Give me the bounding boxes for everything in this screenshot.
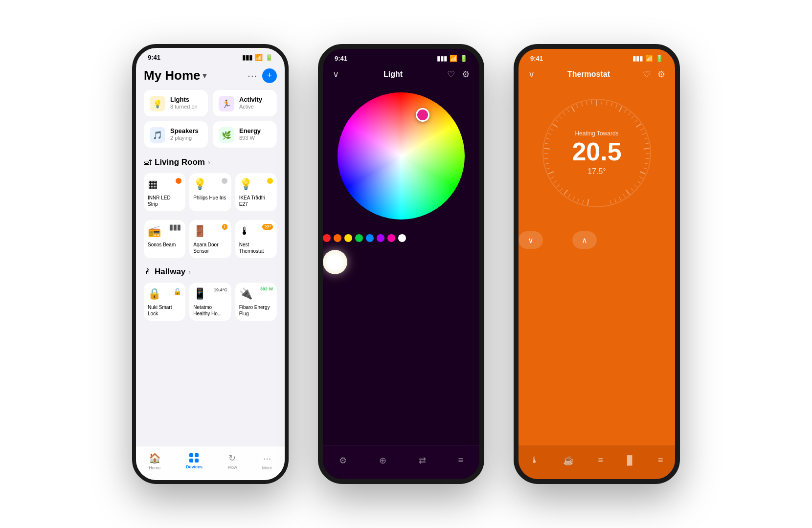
temp-up-button[interactable]: ∧ — [572, 231, 597, 249]
fibaro-value: 392 W — [260, 286, 273, 291]
nuki-icon: 🔒 — [148, 287, 161, 300]
lights-tile[interactable]: 💡 Lights 8 turned on — [144, 90, 208, 116]
color-wheel[interactable] — [338, 92, 465, 220]
speakers-title: Speakers — [170, 127, 199, 134]
nav-more-label: More — [262, 465, 272, 470]
activity-title: Activity — [239, 96, 262, 103]
status-time-thermo: 9:41 — [530, 55, 543, 62]
favorite-icon[interactable]: ♡ — [447, 69, 455, 80]
color-preset-white[interactable] — [398, 234, 406, 242]
sonos-card[interactable]: 📻 ▊▊▊ Sonos Beam — [144, 220, 185, 258]
phone-light: 9:41 ▮▮▮ 📶 🔋 ∨ Light ♡ ⚙ ⚙ ⊕ ⇄ — [318, 44, 484, 484]
fibaro-icon: 🔌 — [239, 287, 252, 300]
living-room-arrow-icon: › — [208, 158, 210, 166]
color-picker-dot[interactable] — [416, 108, 429, 122]
fibaro-name: Fibaro Energy Plug — [239, 304, 273, 317]
hallway-header[interactable]: 🕯 Hallway › — [144, 267, 277, 277]
sonos-icon: 📻 — [148, 225, 161, 238]
aqara-card[interactable]: 🚪 ! Aqara Door Sensor — [189, 220, 231, 258]
energy-tile[interactable]: 🌿 Energy 893 W — [213, 121, 277, 148]
nav-devices[interactable]: Devices — [186, 453, 203, 469]
color-presets — [323, 234, 479, 242]
color-preset-blue[interactable] — [366, 234, 374, 242]
color-wheel-circle[interactable] — [338, 92, 465, 220]
brightness-indicator[interactable] — [323, 250, 347, 274]
back-icon[interactable]: ∨ — [333, 69, 339, 80]
lights-icon: 💡 — [150, 96, 165, 111]
more-options-button[interactable]: ··· — [248, 70, 257, 81]
scene-icon[interactable]: ⚙ — [339, 455, 347, 466]
nuki-name: Nuki Smart Lock — [148, 304, 181, 317]
lights-title: Lights — [170, 96, 198, 103]
living-room-header[interactable]: 🛋 Living Room › — [144, 157, 277, 167]
dial-center: Heating Towards 20.5 17.5° — [533, 89, 660, 217]
innr-name: INNR LED Strip — [148, 195, 181, 207]
phone-thermostat: 9:41 ▮▮▮ 📶 🔋 ∨ Thermostat ♡ ⚙ // ticks r… — [514, 44, 680, 484]
list-icon[interactable]: ≡ — [458, 455, 464, 465]
color-preset-yellow[interactable] — [344, 234, 352, 242]
netatmo-icon: 📱 — [193, 287, 206, 300]
thermo-favorite-icon[interactable]: ♡ — [643, 69, 651, 80]
color-preset-orange[interactable] — [334, 234, 341, 242]
nuki-lock-icon: 🔒 — [173, 287, 181, 295]
living-room-devices-row1: ▦ INNR LED Strip 💡 Philips Hue Iris 💡 IK… — [144, 173, 277, 211]
thermo-title: Thermostat — [567, 70, 610, 79]
fibaro-card[interactable]: 🔌 392 W Fibaro Energy Plug — [235, 283, 277, 321]
modes-icon[interactable]: ≡ — [598, 455, 603, 465]
color-preset-pink[interactable] — [387, 234, 395, 242]
home-title[interactable]: My Home ▾ — [144, 68, 206, 83]
color-preset-green[interactable] — [355, 234, 363, 242]
ikea-icon: 💡 — [239, 178, 252, 191]
netatmo-card[interactable]: 📱 19.4°C Netatmo Healthy Ho... — [189, 283, 231, 321]
innr-icon: ▦ — [148, 178, 158, 191]
thermostat-dial[interactable]: // ticks rendered via JS below Heating T… — [533, 89, 660, 217]
temp-target: 20.5 — [572, 139, 621, 164]
phone-home: 9:41 ▮▮▮ 📶 🔋 My Home ▾ ··· + 💡 Lights — [132, 44, 289, 484]
speakers-sub: 2 playing — [170, 135, 199, 141]
nav-home-label: Home — [149, 465, 160, 470]
philips-hue-card[interactable]: 💡 Philips Hue Iris — [189, 173, 231, 211]
thermo-settings-icon[interactable]: ⚙ — [657, 69, 665, 80]
innr-status-dot — [176, 178, 181, 184]
nav-home[interactable]: 🏠 Home — [149, 452, 161, 470]
activity-tile[interactable]: 🏃 Activity Active — [213, 90, 277, 116]
add-button[interactable]: + — [262, 68, 277, 83]
stats-icon[interactable]: ▊ — [627, 455, 634, 466]
devices-nav-icon — [189, 453, 199, 463]
living-room-icon: 🛋 — [144, 158, 152, 167]
status-bar-thermo: 9:41 ▮▮▮ 📶 🔋 — [519, 49, 675, 65]
ikea-status-dot — [267, 178, 273, 184]
hallway-devices: 🔒 🔒 Nuki Smart Lock 📱 19.4°C Netatmo Hea… — [144, 283, 277, 321]
color-preset-purple[interactable] — [377, 234, 384, 242]
schedule-icon[interactable]: ☕ — [563, 455, 574, 466]
nav-flow[interactable]: ↻ Flow — [227, 453, 237, 470]
temp-down-button[interactable]: ∨ — [519, 231, 543, 249]
settings-list-icon[interactable]: ≡ — [658, 455, 663, 465]
nest-badge: 22° — [262, 224, 273, 230]
settings-icon[interactable]: ⚙ — [462, 69, 470, 80]
innr-led-card[interactable]: ▦ INNR LED Strip — [144, 173, 185, 211]
bottom-nav-home: 🏠 Home Devices ↻ Flow ··· More — [136, 446, 285, 480]
nuki-card[interactable]: 🔒 🔒 Nuki Smart Lock — [144, 283, 185, 321]
status-time: 9:41 — [148, 54, 160, 61]
speakers-tile[interactable]: 🎵 Speakers 2 playing — [144, 121, 208, 148]
shuffle-icon[interactable]: ⇄ — [419, 455, 426, 466]
philips-icon: 💡 — [193, 178, 206, 191]
color-preset-red[interactable] — [323, 234, 331, 242]
nest-card[interactable]: 🌡 22° Nest Thermostat — [235, 220, 277, 258]
status-bar-light: 9:41 ▮▮▮ 📶 🔋 — [323, 49, 479, 65]
status-icons: ▮▮▮ 📶 🔋 — [242, 54, 273, 61]
bottom-nav-thermo: 🌡 ☕ ≡ ▊ ≡ — [519, 445, 675, 479]
hallway-arrow-icon: › — [188, 268, 191, 276]
speakers-icon: 🎵 — [150, 127, 165, 143]
dimmer-icon[interactable]: ⊕ — [379, 455, 386, 466]
thermometer-icon[interactable]: 🌡 — [530, 455, 539, 465]
nav-more[interactable]: ··· More — [262, 453, 272, 470]
thermo-controls: ∨ ∧ — [519, 231, 675, 249]
status-time-light: 9:41 — [335, 55, 347, 62]
ikea-card[interactable]: 💡 IKEA Trådfri E27 — [235, 173, 277, 211]
hallway-icon: 🕯 — [144, 267, 152, 276]
home-title-dropdown-icon[interactable]: ▾ — [203, 71, 206, 80]
energy-sub: 893 W — [239, 135, 261, 141]
thermo-back-icon[interactable]: ∨ — [528, 69, 535, 80]
